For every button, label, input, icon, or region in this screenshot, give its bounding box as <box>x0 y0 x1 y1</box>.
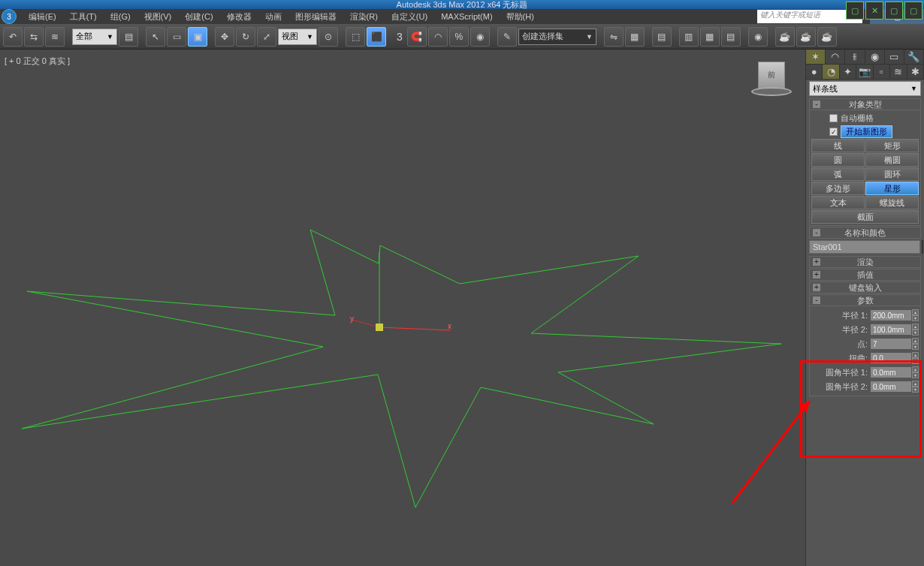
corner-icon-1[interactable]: ▢ <box>846 2 864 20</box>
menu-group[interactable]: 组(G) <box>104 10 137 24</box>
autogrid-checkbox[interactable] <box>829 114 838 122</box>
points-input[interactable] <box>870 338 912 350</box>
undo-icon[interactable]: ↶ <box>3 27 23 47</box>
shape-text-button[interactable]: 文本 <box>811 196 865 209</box>
helpers-cat-icon[interactable]: ▫ <box>874 65 890 79</box>
menu-modifiers[interactable]: 修改器 <box>221 10 258 24</box>
menu-help[interactable]: 帮助(H) <box>500 10 540 24</box>
rollout-params[interactable]: -参数 <box>809 294 921 306</box>
spin-up-icon[interactable]: ▴ <box>912 381 919 387</box>
rollout-name-color[interactable]: - 名称和颜色 <box>809 227 921 239</box>
cameras-cat-icon[interactable]: 📷 <box>856 65 873 79</box>
spin-down-icon[interactable]: ▾ <box>912 387 919 393</box>
corner-icon-2[interactable]: ✕ <box>865 2 883 20</box>
modify-tab-icon[interactable]: ◠ <box>826 50 845 64</box>
refcoord-combo[interactable]: 视图▼ <box>278 29 317 45</box>
viewcube-ring[interactable] <box>751 87 792 96</box>
expand-icon[interactable]: + <box>813 284 820 291</box>
rollout-keyboard[interactable]: +键盘输入 <box>809 281 921 294</box>
schematic-icon[interactable]: ▦ <box>700 27 720 47</box>
teapot3-icon[interactable]: ☕ <box>817 27 837 47</box>
render-setup-icon[interactable]: ◉ <box>748 27 768 47</box>
radius2-input[interactable] <box>870 324 912 336</box>
shape-rect-button[interactable]: 矩形 <box>865 139 919 152</box>
fillet2-input[interactable] <box>870 381 912 393</box>
viewcube-face[interactable]: 前 <box>758 62 785 89</box>
scale-icon[interactable]: ⤢ <box>257 27 276 47</box>
rotate-icon[interactable]: ↻ <box>236 27 255 47</box>
select-rect-icon[interactable]: ▭ <box>167 27 186 47</box>
hierarchy-tab-icon[interactable]: ⫵ <box>845 50 865 64</box>
systems-cat-icon[interactable]: ✱ <box>907 65 924 79</box>
angle-snap-icon[interactable]: ◠ <box>428 27 448 47</box>
shape-arc-button[interactable]: 弧 <box>811 167 865 181</box>
menu-edit[interactable]: 编辑(E) <box>23 10 62 24</box>
viewcube[interactable]: 前 <box>751 57 792 98</box>
geometry-cat-icon[interactable]: ● <box>806 65 823 79</box>
spin-down-icon[interactable]: ▾ <box>912 344 919 350</box>
manip-icon[interactable]: ⬚ <box>346 27 365 47</box>
spin-up-icon[interactable]: ▴ <box>912 324 919 330</box>
collapse-icon[interactable]: - <box>813 297 820 304</box>
menu-animation[interactable]: 动画 <box>259 10 288 24</box>
spin-up-icon[interactable]: ▴ <box>912 352 919 358</box>
teapot1-icon[interactable]: ☕ <box>775 27 795 47</box>
spin-down-icon[interactable]: ▾ <box>912 330 919 336</box>
category-combo[interactable]: 样条线▼ <box>809 81 921 96</box>
object-name-input[interactable] <box>809 240 920 254</box>
spin-down-icon[interactable]: ▾ <box>912 358 919 364</box>
rollout-object-type[interactable]: - 对象类型 <box>809 98 921 110</box>
menu-view[interactable]: 视图(V) <box>138 10 178 24</box>
redo-icon[interactable]: ⇆ <box>24 27 44 47</box>
filter-combo[interactable]: 全部▼ <box>72 29 117 45</box>
corner-icon-4[interactable]: ▢ <box>904 2 922 20</box>
cursor-icon[interactable]: ↖ <box>146 27 165 47</box>
shape-ngon-button[interactable]: 多边形 <box>811 182 865 195</box>
teapot2-icon[interactable]: ☕ <box>796 27 816 47</box>
layers-icon[interactable]: ▤ <box>652 27 672 47</box>
mirror-icon[interactable]: ⇋ <box>604 27 624 47</box>
shape-line-button[interactable]: 线 <box>811 139 865 152</box>
select-name-icon[interactable]: ▤ <box>119 27 138 47</box>
spinner-snap-icon[interactable]: ◉ <box>470 27 490 47</box>
menu-create[interactable]: 创建(C) <box>179 10 219 24</box>
shape-section-button[interactable]: 截面 <box>811 210 919 224</box>
nameset-combo[interactable]: 创建选择集▼ <box>518 29 596 45</box>
menu-grapheditors[interactable]: 图形编辑器 <box>289 10 343 24</box>
spin-up-icon[interactable]: ▴ <box>912 338 919 344</box>
align-icon[interactable]: ▦ <box>625 27 645 47</box>
shape-donut-button[interactable]: 圆环 <box>865 167 919 181</box>
spin-down-icon[interactable]: ▾ <box>912 315 919 321</box>
display-tab-icon[interactable]: ▭ <box>885 50 904 64</box>
app-logo[interactable]: 3 <box>2 9 17 24</box>
corner-icon-3[interactable]: ▢ <box>885 2 903 20</box>
expand-icon[interactable]: + <box>813 258 820 266</box>
menu-rendering[interactable]: 渲染(R) <box>344 10 384 24</box>
keymode-icon[interactable]: ⬛ <box>367 27 386 47</box>
move-icon[interactable]: ✥ <box>215 27 234 47</box>
spin-up-icon[interactable]: ▴ <box>912 366 919 372</box>
spacewarps-cat-icon[interactable]: ≋ <box>890 65 907 79</box>
menu-maxscript[interactable]: MAXScript(M) <box>435 11 498 23</box>
percent-snap-icon[interactable]: % <box>449 27 469 47</box>
link-icon[interactable]: ≋ <box>45 27 65 47</box>
pivot-icon[interactable]: ⊙ <box>319 27 338 47</box>
menu-customize[interactable]: 自定义(U) <box>385 10 433 24</box>
utilities-tab-icon[interactable]: 🔧 <box>904 50 924 64</box>
viewport[interactable]: [ + 0 正交 0 真实 ] x y 前 <box>0 50 805 566</box>
distortion-input[interactable] <box>870 352 912 364</box>
menu-tools[interactable]: 工具(T) <box>64 10 103 24</box>
shapes-cat-icon[interactable]: ◔ <box>823 65 839 79</box>
collapse-icon[interactable]: - <box>813 229 820 236</box>
fillet1-input[interactable] <box>870 366 912 378</box>
shape-helix-button[interactable]: 螺旋线 <box>865 196 919 209</box>
motion-tab-icon[interactable]: ◉ <box>865 50 885 64</box>
rollout-interp[interactable]: +插值 <box>809 269 921 281</box>
shape-ellipse-button[interactable]: 椭圆 <box>865 153 919 167</box>
create-tab-icon[interactable]: ✶ <box>806 50 826 64</box>
material-icon[interactable]: ▤ <box>721 27 741 47</box>
startnew-checkbox[interactable] <box>829 128 838 136</box>
viewport-label[interactable]: [ + 0 正交 0 真实 ] <box>5 56 70 67</box>
lights-cat-icon[interactable]: ✦ <box>840 65 856 79</box>
select-window-icon[interactable]: ▣ <box>188 27 207 47</box>
